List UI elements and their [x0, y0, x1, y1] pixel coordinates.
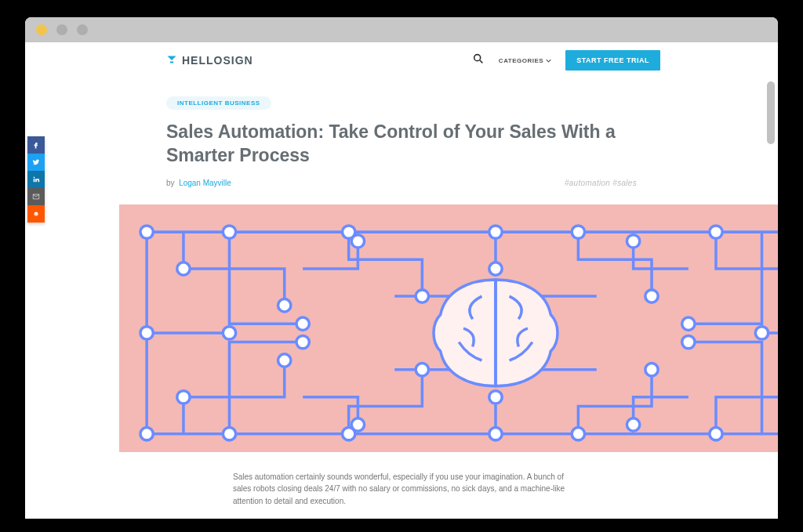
svg-point-4	[474, 55, 481, 61]
svg-point-1	[35, 214, 36, 215]
share-facebook[interactable]	[27, 136, 45, 154]
chevron-down-icon	[546, 58, 551, 63]
share-linkedin[interactable]	[27, 171, 45, 188]
article-header: INTELLIGENT BUSINESS Sales Automation: T…	[25, 78, 778, 197]
svg-point-11	[710, 226, 722, 238]
svg-point-33	[682, 335, 695, 348]
author-link[interactable]: Logan Mayville	[179, 179, 231, 187]
svg-point-18	[489, 427, 502, 440]
share-sidebar	[27, 136, 45, 223]
svg-point-6	[140, 226, 153, 238]
svg-point-41	[177, 390, 190, 403]
reddit-icon	[32, 210, 40, 218]
svg-point-10	[572, 226, 584, 238]
share-reddit[interactable]	[27, 205, 45, 223]
share-email[interactable]	[27, 188, 45, 205]
window-control-close[interactable]	[36, 24, 47, 35]
svg-point-26	[278, 354, 291, 367]
article-tags: #automation #sales	[565, 179, 637, 187]
svg-point-16	[223, 427, 235, 440]
svg-point-35	[627, 234, 639, 247]
header-right: CATEGORIES START FREE TRIAL	[472, 50, 660, 71]
article-meta: by Logan Mayville #automation #sales	[166, 179, 637, 187]
hero-illustration	[25, 204, 778, 452]
article-body-paragraph: Sales automation certainly sounds wonder…	[233, 471, 570, 508]
linkedin-icon	[32, 176, 40, 183]
svg-point-7	[223, 226, 235, 238]
svg-point-19	[572, 427, 584, 440]
svg-point-22	[278, 299, 291, 311]
svg-point-34	[351, 234, 364, 247]
page-viewport: HELLOSIGN CATEGORIES START FREE TRIAL IN…	[25, 42, 778, 519]
svg-point-15	[140, 427, 153, 440]
svg-point-27	[416, 363, 428, 375]
svg-point-24	[645, 290, 658, 302]
twitter-icon	[32, 158, 40, 166]
svg-point-13	[140, 326, 153, 338]
site-header: HELLOSIGN CATEGORIES START FREE TRIAL	[25, 42, 778, 78]
svg-point-39	[489, 390, 502, 403]
byline: by Logan Mayville	[166, 179, 231, 187]
svg-point-30	[296, 317, 309, 330]
svg-point-23	[416, 290, 428, 302]
svg-point-36	[351, 418, 364, 431]
search-icon[interactable]	[472, 52, 485, 68]
window-control-max[interactable]	[77, 24, 88, 35]
categories-dropdown[interactable]: CATEGORIES	[499, 57, 551, 64]
brand-logo-icon	[166, 55, 177, 66]
article-title: Sales Automation: Take Control of Your S…	[166, 121, 637, 168]
email-icon	[32, 193, 40, 201]
svg-point-9	[489, 226, 502, 238]
svg-point-32	[296, 335, 309, 348]
svg-point-37	[627, 418, 639, 431]
share-twitter[interactable]	[27, 154, 45, 171]
svg-point-40	[177, 262, 190, 275]
category-tag[interactable]: INTELLIGENT BUSINESS	[166, 96, 271, 110]
svg-point-28	[645, 363, 658, 375]
window-control-min[interactable]	[56, 24, 67, 35]
window-titlebar	[25, 17, 778, 42]
svg-point-20	[710, 427, 722, 440]
browser-window: HELLOSIGN CATEGORIES START FREE TRIAL IN…	[25, 17, 778, 519]
svg-point-38	[489, 262, 502, 275]
brand-text: HELLOSIGN	[182, 54, 253, 67]
svg-point-2	[37, 214, 38, 215]
facebook-icon	[32, 141, 40, 149]
brand[interactable]: HELLOSIGN	[166, 54, 253, 67]
circuit-brain-svg	[119, 204, 778, 452]
svg-point-42	[223, 326, 235, 338]
start-free-trial-button[interactable]: START FREE TRIAL	[565, 50, 660, 71]
svg-rect-3	[170, 61, 173, 63]
svg-point-43	[755, 326, 768, 338]
scrollbar-thumb[interactable]	[767, 81, 775, 144]
svg-point-31	[682, 317, 695, 330]
categories-label: CATEGORIES	[499, 57, 543, 64]
